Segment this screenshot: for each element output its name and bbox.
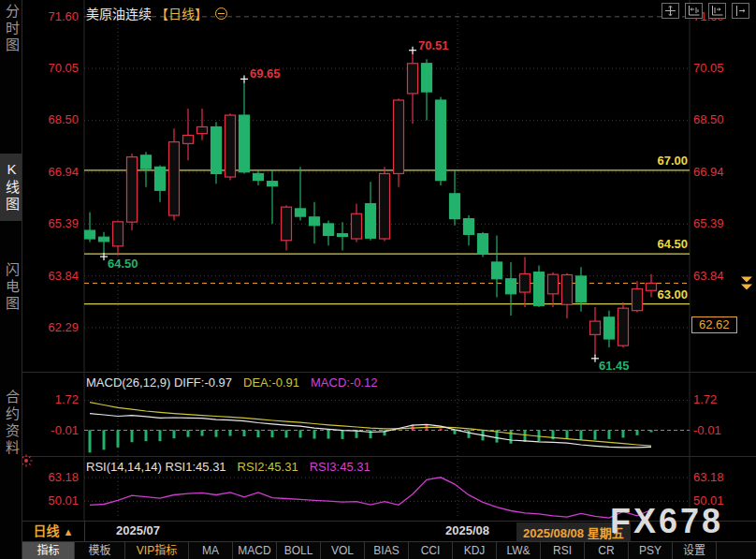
toolbar-item-rsi[interactable]: RSI [541, 542, 585, 559]
toolbar-item-cci[interactable]: CCI [409, 542, 453, 559]
toolbar-item-bias[interactable]: BIAS [365, 542, 409, 559]
chevron-up-icon: ▲ [64, 526, 74, 537]
left-sidebar: 分时图 K线图 闪电图 合约资料 [0, 0, 22, 559]
period-selector[interactable]: 日线 ▲ [22, 522, 85, 541]
axis-date-selected: 2025/08/08 星期五 [516, 522, 631, 542]
sidebar-tab-flash-chart[interactable]: 闪电图 [0, 262, 22, 313]
sidebar-tab-kline-chart[interactable]: K线图 [0, 154, 22, 221]
chart-titlebar: 美原油连续 【日线】 [86, 4, 227, 22]
svg-text:64.50: 64.50 [657, 237, 688, 251]
toolbar-item-indicator[interactable]: 指标 [22, 542, 75, 559]
rsi-header: RSI(14,14,14) RSI1:45.31 RSI2:45.31 RSI3… [86, 460, 371, 474]
symbol-title: 美原油连续 [86, 4, 152, 22]
toolbar-item-vip-indicator[interactable]: VIP指标 [125, 542, 189, 559]
toolbar-item-psy[interactable]: PSY [629, 542, 673, 559]
axis-date-august: 2025/08 [445, 523, 489, 537]
period-tag: 【日线】 [155, 4, 208, 22]
macd-params-diff: MACD(26,12,9) DIFF:-0.97 [86, 375, 232, 390]
rsi2-value: RSI2:45.31 [238, 460, 298, 474]
svg-text:70.51: 70.51 [418, 38, 449, 52]
toolbar-item-lwr[interactable]: LW& [497, 542, 541, 559]
toolbar-item-cr[interactable]: CR [585, 542, 629, 559]
svg-text:63.00: 63.00 [657, 287, 688, 302]
svg-text:61.45: 61.45 [599, 359, 630, 373]
fit-right-axis-icon[interactable] [708, 3, 726, 19]
toolbar-item-boll[interactable]: BOLL [277, 542, 321, 559]
date-axis: 日线 ▲ 2025/07 2025/08 2025/08/08 星期五 [22, 521, 756, 542]
fit-left-axis-icon[interactable] [685, 3, 703, 19]
toolbar-item-vol[interactable]: VOL [321, 542, 365, 559]
goto-latest-icon[interactable] [732, 3, 749, 19]
toolbar-item-macd[interactable]: MACD [233, 542, 277, 559]
svg-text:64.50: 64.50 [108, 257, 138, 271]
rsi-params-rsi1: RSI(14,14,14) RSI1:45.31 [86, 460, 226, 474]
macd-hist-value: MACD:-0.12 [311, 375, 378, 390]
rsi3-value: RSI3:45.31 [310, 460, 371, 474]
period-label: 日线 [34, 523, 60, 538]
svg-text:69.65: 69.65 [250, 66, 281, 81]
sidebar-tab-time-chart[interactable]: 分时图 [0, 4, 22, 54]
collapse-icon[interactable] [215, 7, 227, 20]
indicator-toolbar: 指标 模板 VIP指标 MA MACD BOLL VOL BIAS CCI KD… [22, 541, 756, 559]
toolbar-item-kdj[interactable]: KDJ [453, 542, 497, 559]
macd-header: MACD(26,12,9) DIFF:-0.97 DEA:-0.91 MACD:… [86, 375, 378, 390]
app-window: 67.0064.5063.0064.5069.6570.5161.45 71.6… [0, 0, 756, 559]
macd-dea-value: DEA:-0.91 [243, 375, 299, 390]
toolbar-item-settings[interactable]: 设置 [673, 542, 717, 559]
svg-text:67.00: 67.00 [657, 154, 688, 168]
toolbar-item-ma[interactable]: MA [189, 542, 233, 559]
price-tag-6262: 62.62 [691, 316, 737, 333]
chart-tool-buttons [662, 3, 749, 19]
chart-canvas[interactable]: 67.0064.5063.0064.5069.6570.5161.45 [0, 0, 756, 559]
toolbar-item-template[interactable]: 模板 [75, 542, 125, 559]
sidebar-tab-contract-info[interactable]: 合约资料 [0, 390, 22, 457]
move-crosshair-icon[interactable] [662, 3, 679, 19]
axis-date-july: 2025/07 [116, 523, 160, 537]
